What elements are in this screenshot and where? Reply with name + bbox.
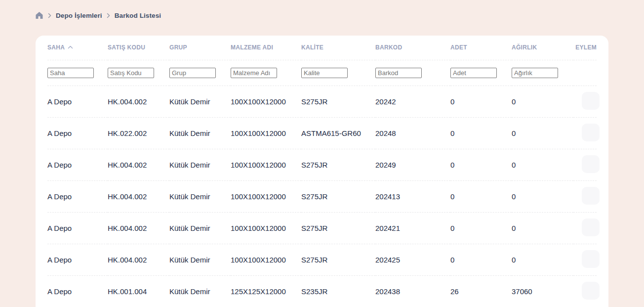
cell-malzeme: 100X100X12000 [231,212,301,244]
filter-input-barkod[interactable] [375,68,422,78]
column-header-kalite[interactable]: KALİTE [301,36,375,60]
cell-eylem [573,212,597,244]
filter-input-agirlik[interactable] [512,68,558,78]
cell-saha: A Depo [47,117,108,149]
cell-barkod: 20248 [375,117,450,149]
chevron-right-icon [107,13,110,18]
cell-grup: Kütük Demir [169,180,231,212]
filter-cell-satis [108,60,169,86]
column-header-satis[interactable]: SATIŞ KODU [108,36,169,60]
header-row: SAHASATIŞ KODUGRUPMALZEME ADIKALİTEBARKO… [47,36,597,60]
filter-cell-eylem [573,60,597,86]
cell-adet: 26 [450,275,512,307]
cell-kalite: S235JR [301,275,375,307]
column-header-barkod[interactable]: BARKOD [375,36,450,60]
filter-input-saha[interactable] [47,68,94,78]
filter-cell-agirlik [512,60,573,86]
cell-satis: HK.004.002 [108,244,169,275]
table-row: A DepoHK.022.002Kütük Demir100X100X12000… [47,117,597,149]
filter-input-adet[interactable] [450,68,497,78]
cell-agirlik: 0 [512,212,573,244]
filter-input-satis[interactable] [108,68,154,78]
filter-input-kalite[interactable] [301,68,348,78]
cell-eylem [573,244,597,275]
filter-input-malzeme[interactable] [231,68,277,78]
cell-barkod: 20249 [375,149,450,180]
table-row: A DepoHK.004.002Kütük Demir100X100X12000… [47,86,597,117]
cell-kalite: S275JR [301,86,375,117]
column-header-malzeme[interactable]: MALZEME ADI [231,36,301,60]
cell-agirlik: 0 [512,117,573,149]
barcode-list-card: SAHASATIŞ KODUGRUPMALZEME ADIKALİTEBARKO… [36,36,608,307]
cell-grup: Kütük Demir [169,212,231,244]
cell-satis: HK.004.002 [108,149,169,180]
table-row: A DepoHK.004.002Kütük Demir100X100X12000… [47,149,597,180]
filter-input-grup[interactable] [169,68,216,78]
cell-adet: 0 [450,149,512,180]
column-header-label: SAHA [47,44,65,51]
cell-adet: 0 [450,117,512,149]
cell-adet: 0 [450,244,512,275]
breadcrumb: Depo İşlemleri Barkod Listesi [0,0,644,36]
column-header-adet[interactable]: ADET [450,36,512,60]
column-header-eylem[interactable]: EYLEM [573,36,597,60]
row-action-button[interactable] [582,92,600,110]
cell-barkod: 202425 [375,244,450,275]
table-row: A DepoHK.001.004Kütük Demir125X125X12000… [47,275,597,307]
cell-satis: HK.004.002 [108,180,169,212]
column-header-label: MALZEME ADI [231,44,273,51]
row-action-button[interactable] [582,250,600,268]
cell-agirlik: 0 [512,149,573,180]
column-header-saha[interactable]: SAHA [47,36,108,60]
cell-satis: HK.001.004 [108,275,169,307]
cell-barkod: 202421 [375,212,450,244]
cell-malzeme: 100X100X12000 [231,117,301,149]
cell-agirlik: 37060 [512,275,573,307]
column-header-label: ADET [450,44,467,51]
row-action-button[interactable] [582,124,600,141]
barcode-table: SAHASATIŞ KODUGRUPMALZEME ADIKALİTEBARKO… [47,36,597,307]
filter-row [47,60,597,86]
filter-cell-barkod [375,60,450,86]
cell-agirlik: 0 [512,244,573,275]
cell-saha: A Depo [47,244,108,275]
column-header-agirlik[interactable]: AĞIRLIK [512,36,573,60]
breadcrumb-item-barkod-listesi[interactable]: Barkod Listesi [115,12,161,19]
cell-eylem [573,86,597,117]
cell-barkod: 202438 [375,275,450,307]
chevron-up-icon [68,45,73,49]
breadcrumb-item-depo-islemleri[interactable]: Depo İşlemleri [56,12,102,19]
cell-eylem [573,117,597,149]
cell-malzeme: 100X100X12000 [231,86,301,117]
row-action-button[interactable] [582,187,600,205]
cell-malzeme: 100X100X12000 [231,244,301,275]
filter-cell-grup [169,60,231,86]
row-action-button[interactable] [582,282,600,300]
cell-adet: 0 [450,212,512,244]
cell-grup: Kütük Demir [169,117,231,149]
row-action-button[interactable] [582,155,600,173]
cell-barkod: 202413 [375,180,450,212]
cell-kalite: ASTMA615-GR60 [301,117,375,149]
cell-kalite: S275JR [301,244,375,275]
cell-saha: A Depo [47,275,108,307]
cell-eylem [573,180,597,212]
filter-cell-kalite [301,60,375,86]
row-action-button[interactable] [582,219,600,236]
column-header-label: KALİTE [301,44,323,51]
column-header-label: GRUP [169,44,187,51]
cell-satis: HK.022.002 [108,117,169,149]
filter-cell-saha [47,60,108,86]
cell-satis: HK.004.002 [108,212,169,244]
cell-kalite: S275JR [301,149,375,180]
cell-grup: Kütük Demir [169,86,231,117]
column-header-label: BARKOD [375,44,402,51]
cell-malzeme: 100X100X12000 [231,149,301,180]
column-header-grup[interactable]: GRUP [169,36,231,60]
cell-malzeme: 100X100X12000 [231,180,301,212]
home-icon[interactable] [35,11,43,19]
table-row: A DepoHK.004.002Kütük Demir100X100X12000… [47,180,597,212]
cell-grup: Kütük Demir [169,275,231,307]
cell-malzeme: 125X125X12000 [231,275,301,307]
cell-barkod: 20242 [375,86,450,117]
